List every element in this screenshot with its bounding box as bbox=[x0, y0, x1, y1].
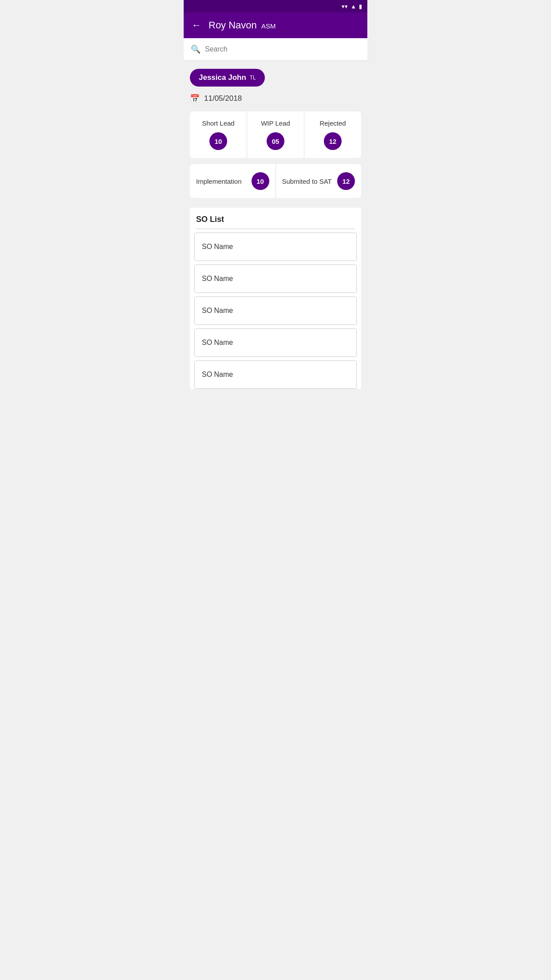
stats-row-2: Implementation 10 Submited to SAT 12 bbox=[190, 164, 361, 198]
main-content: Jessica John TL 📅 11/05/2018 Short Lead … bbox=[184, 61, 367, 400]
team-lead-role: TL bbox=[250, 75, 256, 81]
stat-rejected-label: Rejected bbox=[319, 119, 346, 127]
stats-row-1: Short Lead 10 WIP Lead 05 Rejected 12 bbox=[190, 111, 361, 158]
list-item[interactable]: SO Name bbox=[194, 360, 357, 389]
stat-submitted-sat-label: Submited to SAT bbox=[282, 178, 332, 185]
so-list-section: SO List SO Name SO Name SO Name SO Name … bbox=[190, 208, 361, 389]
so-name: SO Name bbox=[202, 243, 233, 250]
stat-wip-lead[interactable]: WIP Lead 05 bbox=[247, 111, 304, 158]
battery-icon: ▮ bbox=[359, 3, 362, 10]
search-input[interactable] bbox=[205, 45, 360, 53]
stat-submitted-sat-count: 12 bbox=[337, 172, 355, 190]
list-item[interactable]: SO Name bbox=[194, 233, 357, 261]
so-name: SO Name bbox=[202, 275, 233, 282]
stat-short-lead-count: 10 bbox=[209, 132, 227, 150]
list-item[interactable]: SO Name bbox=[194, 296, 357, 325]
so-name: SO Name bbox=[202, 339, 233, 346]
date-value: 11/05/2018 bbox=[204, 94, 242, 103]
stat-rejected-count: 12 bbox=[324, 132, 342, 150]
list-item[interactable]: SO Name bbox=[194, 328, 357, 357]
signal-icon: ▲ bbox=[350, 3, 356, 10]
so-name: SO Name bbox=[202, 371, 233, 378]
stat-wip-lead-count: 05 bbox=[267, 132, 284, 150]
stat-rejected[interactable]: Rejected 12 bbox=[304, 111, 361, 158]
stats-card-1: Short Lead 10 WIP Lead 05 Rejected 12 bbox=[190, 111, 361, 158]
team-lead-badge[interactable]: Jessica John TL bbox=[190, 69, 265, 87]
app-header: ← Roy Navon ASM bbox=[184, 12, 367, 38]
stat-short-lead[interactable]: Short Lead 10 bbox=[190, 111, 247, 158]
stat-submitted-sat[interactable]: Submited to SAT 12 bbox=[276, 164, 362, 198]
calendar-icon: 📅 bbox=[190, 94, 200, 103]
so-name: SO Name bbox=[202, 307, 233, 314]
so-list-title: SO List bbox=[190, 208, 361, 229]
back-button[interactable]: ← bbox=[192, 20, 201, 31]
stat-implementation-label: Implementation bbox=[196, 178, 242, 185]
search-icon: 🔍 bbox=[191, 44, 201, 54]
date-row: 📅 11/05/2018 bbox=[190, 94, 361, 103]
stat-implementation[interactable]: Implementation 10 bbox=[190, 164, 276, 198]
wifi-icon: ▾▾ bbox=[342, 3, 348, 10]
list-item[interactable]: SO Name bbox=[194, 265, 357, 293]
header-name: Roy Navon bbox=[209, 20, 257, 31]
header-title: Roy Navon ASM bbox=[209, 20, 276, 31]
header-role: ASM bbox=[261, 22, 276, 30]
stats-card-2: Implementation 10 Submited to SAT 12 bbox=[190, 164, 361, 198]
stat-implementation-count: 10 bbox=[252, 172, 269, 190]
stat-wip-lead-label: WIP Lead bbox=[261, 119, 290, 127]
search-bar: 🔍 bbox=[184, 38, 367, 61]
status-bar: ▾▾ ▲ ▮ bbox=[184, 0, 367, 12]
so-list-divider bbox=[196, 229, 355, 229]
stat-short-lead-label: Short Lead bbox=[202, 119, 234, 127]
team-lead-name: Jessica John bbox=[199, 73, 246, 82]
